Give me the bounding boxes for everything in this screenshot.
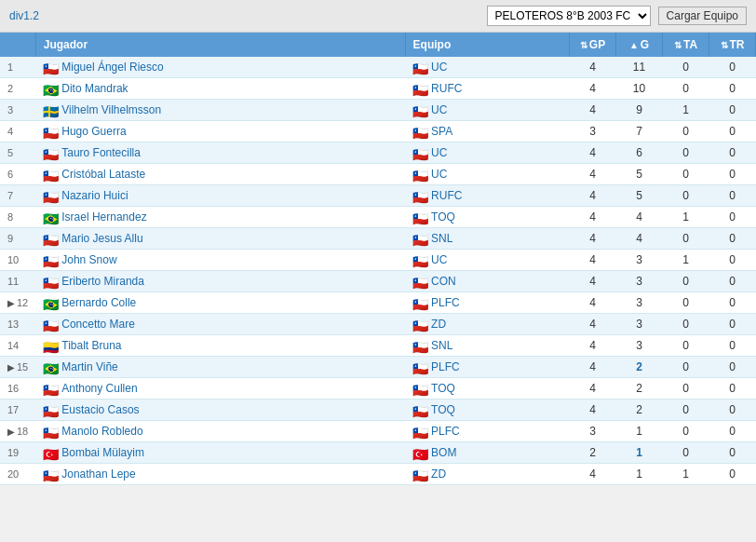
team-link[interactable]: PLFC <box>431 296 460 309</box>
rank-cell: 17 <box>0 400 35 421</box>
tr-cell: 0 <box>709 57 756 78</box>
table-row: 2🇧🇷Dito Mandrak🇨🇱RUFC41000 <box>0 78 756 100</box>
load-team-button[interactable]: Cargar Equipo <box>658 7 747 25</box>
team-link[interactable]: TOQ <box>431 403 455 416</box>
table-row: 11🇨🇱Eriberto Miranda🇨🇱CON4300 <box>0 271 756 292</box>
team-link[interactable]: ZD <box>431 318 446 331</box>
g-cell: 3 <box>616 271 663 292</box>
player-link[interactable]: Dito Mandrak <box>61 82 128 95</box>
rank-cell: 1 <box>0 57 35 78</box>
team-flag-icon: 🇨🇱 <box>412 255 427 265</box>
team-flag-icon: 🇨🇱 <box>412 469 427 480</box>
player-link[interactable]: Nazario Huici <box>61 189 128 202</box>
team-cell: 🇨🇱UC <box>405 57 569 78</box>
player-link[interactable]: Concetto Mare <box>61 318 135 331</box>
team-cell: 🇨🇱TOQ <box>405 207 569 228</box>
player-cell: 🇨🇱Cristóbal Lataste <box>35 164 405 185</box>
player-link[interactable]: Mario Jesus Allu <box>61 232 142 245</box>
team-flag-icon: 🇨🇱 <box>412 105 427 115</box>
player-flag-icon: 🇨🇱 <box>43 384 58 394</box>
team-link[interactable]: PLFC <box>431 425 460 438</box>
player-link[interactable]: Manolo Robledo <box>61 425 142 438</box>
player-link[interactable]: Eriberto Miranda <box>61 275 144 288</box>
team-link[interactable]: UC <box>431 146 447 159</box>
player-link[interactable]: John Snow <box>61 253 116 266</box>
player-link[interactable]: Anthony Cullen <box>61 382 137 395</box>
player-flag-icon: 🇨🇱 <box>43 191 58 201</box>
team-link[interactable]: RUFC <box>431 189 462 202</box>
player-link[interactable]: Jonathan Lepe <box>61 467 135 481</box>
player-link[interactable]: Bombai Mülayim <box>61 446 144 459</box>
player-link[interactable]: Israel Hernandez <box>61 210 146 224</box>
ta-cell: 1 <box>663 464 709 485</box>
gp-cell: 4 <box>570 292 616 314</box>
player-cell: 🇧🇷Martin Viñe <box>35 357 405 378</box>
tr-header[interactable]: ⇅TR <box>709 33 756 57</box>
player-link[interactable]: Eustacio Casos <box>61 403 139 416</box>
expand-icon[interactable]: ▶ <box>7 427 15 437</box>
tr-cell: 0 <box>709 464 756 485</box>
g-header[interactable]: ▲G <box>616 33 663 57</box>
ta-cell: 0 <box>663 442 709 464</box>
player-link[interactable]: Martin Viñe <box>61 360 117 373</box>
team-link[interactable]: ZD <box>431 467 446 481</box>
team-link[interactable]: UC <box>431 253 447 266</box>
team-cell: 🇨🇱UC <box>405 164 569 185</box>
team-selector[interactable]: PELOTEROS 8°B 2003 FC <box>487 6 651 26</box>
team-link[interactable]: TOQ <box>431 382 455 395</box>
ta-cell: 0 <box>663 271 709 292</box>
tr-cell: 0 <box>709 100 756 121</box>
tr-cell: 0 <box>709 335 756 357</box>
player-link[interactable]: Bernardo Colle <box>61 296 136 309</box>
team-flag-icon: 🇨🇱 <box>412 148 427 158</box>
ta-cell: 0 <box>663 292 709 314</box>
rank-cell: 19 <box>0 442 35 464</box>
player-link[interactable]: Hugo Guerra <box>61 125 126 138</box>
rank-cell: 9 <box>0 228 35 250</box>
gp-cell: 4 <box>570 378 616 400</box>
team-link[interactable]: BOM <box>431 446 456 459</box>
player-cell: 🇨🇱Eriberto Miranda <box>35 271 405 292</box>
team-flag-icon: 🇨🇱 <box>412 84 427 94</box>
expand-icon[interactable]: ▶ <box>7 362 15 373</box>
gp-header[interactable]: ⇅GP <box>570 33 616 57</box>
team-link[interactable]: SNL <box>431 232 452 245</box>
player-link[interactable]: Tauro Fontecilla <box>61 146 141 159</box>
player-flag-icon: 🇨🇱 <box>43 319 58 330</box>
tr-cell: 0 <box>709 314 756 335</box>
table-row: 7🇨🇱Nazario Huici🇨🇱RUFC4500 <box>0 185 756 207</box>
team-link[interactable]: UC <box>431 61 447 74</box>
g-sort-icon: ▲ <box>629 40 639 50</box>
team-cell: 🇨🇱UC <box>405 142 569 164</box>
ta-header[interactable]: ⇅TA <box>663 33 709 57</box>
ta-cell: 1 <box>663 207 709 228</box>
ta-cell: 0 <box>663 314 709 335</box>
g-cell: 4 <box>616 228 663 250</box>
ta-cell: 0 <box>663 357 709 378</box>
player-link[interactable]: Cristóbal Lataste <box>61 168 145 181</box>
player-link[interactable]: Miguel Ángel Riesco <box>61 61 163 74</box>
tr-cell: 0 <box>709 207 756 228</box>
g-cell: 1 <box>616 442 663 464</box>
tr-cell: 0 <box>709 421 756 442</box>
team-link[interactable]: PLFC <box>431 360 460 373</box>
g-cell: 6 <box>616 142 663 164</box>
team-link[interactable]: UC <box>431 103 447 116</box>
team-link[interactable]: RUFC <box>431 82 462 95</box>
gp-cell: 4 <box>570 164 616 185</box>
player-link[interactable]: Vilhelm Vilhelmsson <box>61 103 161 116</box>
player-flag-icon: 🇨🇱 <box>43 277 58 287</box>
team-link[interactable]: SNL <box>431 339 452 352</box>
gp-cell: 4 <box>570 57 616 78</box>
player-cell: 🇸🇪Vilhelm Vilhelmsson <box>35 100 405 121</box>
team-link[interactable]: SPA <box>431 125 452 138</box>
div-link[interactable]: div1.2 <box>9 9 39 22</box>
ta-sort-icon: ⇅ <box>674 40 682 50</box>
team-link[interactable]: CON <box>431 275 456 288</box>
tr-cell: 0 <box>709 228 756 250</box>
expand-icon[interactable]: ▶ <box>7 298 15 308</box>
team-link[interactable]: UC <box>431 168 447 181</box>
team-link[interactable]: TOQ <box>431 210 455 224</box>
player-link[interactable]: Tibalt Bruna <box>61 339 121 352</box>
ta-cell: 0 <box>663 335 709 357</box>
